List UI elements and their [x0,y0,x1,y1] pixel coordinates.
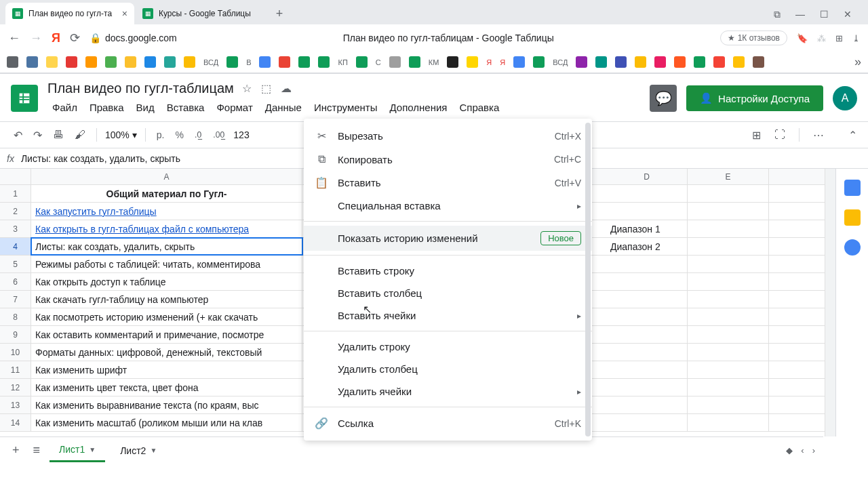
menu-insert-column[interactable]: Вставить столбец [304,282,592,304]
cell[interactable]: Как скачать гугл-таблицу на компьютер [31,291,302,308]
reviews-badge[interactable]: ★ 1К отзывов [720,30,787,45]
bookmark-item[interactable] [46,56,58,68]
chevron-down-icon[interactable]: ▼ [150,447,157,454]
vertical-scrollbar[interactable] [825,169,835,436]
sheet-tab[interactable]: Лист2 ▼ [111,440,166,462]
cell[interactable]: Как оставить комментарий и примечание, п… [31,326,302,343]
chat-icon[interactable]: 💬 [650,85,677,112]
menu-delete-column[interactable]: Удалить столбец [304,358,592,380]
bookmark-item[interactable] [144,56,156,68]
extension-icon[interactable]: ⁂ [817,33,826,43]
cell[interactable] [606,273,688,290]
undo-button[interactable]: ↶ [11,126,25,144]
bookmark-item[interactable] [184,56,195,68]
cell[interactable]: Общий материал по Гугл- [31,185,302,202]
menu-tools[interactable]: Инструменты [309,99,382,116]
bookmark-item[interactable] [66,56,77,68]
bookmark-item[interactable] [713,56,725,68]
cell[interactable]: Как изменить выравнивание текста (по кра… [31,396,302,413]
bookmark-item[interactable] [694,56,705,68]
row-header[interactable]: 7 [0,291,31,308]
all-sheets-button[interactable]: ≡ [29,439,45,462]
bookmark-item[interactable] [318,56,330,68]
cell[interactable] [688,308,769,325]
sheet-tab-active[interactable]: Лист1 ▼ [50,439,105,462]
menu-show-history[interactable]: Показать историю изменений Новое [304,226,592,251]
bookmark-item[interactable] [615,56,627,68]
cell[interactable] [606,203,688,220]
chevron-down-icon[interactable]: ▼ [89,446,96,453]
user-avatar[interactable]: A [833,86,857,110]
cell[interactable]: Форматы данных: цифровой, денежный, текс… [31,344,302,361]
cell[interactable]: Как изменить шрифт [31,361,302,378]
zoom-select[interactable]: 100% ▾ [105,129,137,140]
browser-tab[interactable]: ▦ Курсы - Google Таблицы [136,3,264,24]
cell[interactable] [606,291,688,308]
back-button[interactable]: ← [8,31,20,45]
yandex-icon[interactable]: Я [52,31,60,45]
bookmark-item[interactable]: Я [500,58,505,66]
menu-paste-special[interactable]: Специальная вставка ▸ [304,195,592,217]
row-header[interactable]: 10 [0,344,31,361]
cell[interactable]: Как открыть доступ к таблице [31,273,302,290]
cell[interactable] [606,256,688,272]
chevron-left-icon[interactable]: ‹ [801,445,804,455]
menu-paste[interactable]: 📋 Вставить Ctrl+V [304,171,592,195]
bookmark-item[interactable] [595,56,607,68]
row-header[interactable]: 12 [0,379,31,396]
row-header[interactable]: 2 [0,203,31,220]
document-title[interactable]: План видео по гугл-таблицам [47,81,234,96]
bookmark-item[interactable] [7,56,18,68]
cell[interactable] [688,203,769,220]
maximize-icon[interactable]: ☐ [820,9,829,20]
bookmark-item[interactable] [26,56,38,68]
row-header[interactable]: 4 [0,238,31,255]
collapse-toolbar-icon[interactable]: ⌃ [848,129,857,142]
row-header[interactable]: 9 [0,326,31,343]
menu-data[interactable]: Данные [260,99,307,116]
menu-addons[interactable]: Дополнения [385,99,452,116]
cell[interactable] [606,185,688,202]
panel-icon[interactable]: ⧉ [774,9,781,20]
menu-scrollbar[interactable] [585,123,591,436]
row-header[interactable]: 1 [0,185,31,202]
cell[interactable] [688,344,769,361]
format-select[interactable]: 123 [233,129,249,140]
bookmark-item[interactable]: ВСД [203,58,218,66]
cell[interactable] [688,361,769,378]
bookmark-item[interactable] [259,56,271,68]
cell[interactable]: Диапазон 2 [606,238,688,255]
move-icon[interactable]: ⬚ [261,82,271,95]
cell[interactable] [606,344,688,361]
formula-input[interactable]: Листы: как создать, удалить, скрыть [21,153,180,164]
cell[interactable] [688,256,769,272]
column-header-d[interactable]: D [606,169,688,184]
tasks-icon[interactable] [844,239,861,256]
star-icon[interactable]: ☆ [242,82,252,95]
chevron-right-icon[interactable]: › [812,445,815,455]
cell[interactable]: Как запустить гугл-таблицы [31,203,302,220]
row-header[interactable]: 11 [0,361,31,378]
percent-button[interactable]: % [173,127,186,143]
bookmarks-overflow[interactable]: » [854,55,861,69]
bookmark-item[interactable] [356,56,368,68]
row-header[interactable]: 8 [0,308,31,325]
bookmark-item[interactable] [654,56,666,68]
cell[interactable]: Как изменить цвет текста, цвет фона [31,379,302,396]
row-header[interactable]: 13 [0,396,31,413]
cell[interactable] [688,291,769,308]
explore-icon[interactable]: ◆ [786,445,793,455]
minimize-icon[interactable]: — [795,9,805,20]
reload-button[interactable]: ⟳ [70,30,80,45]
url-field[interactable]: 🔒 docs.google.com [90,33,177,43]
cell[interactable] [606,414,688,431]
bookmark-item[interactable]: С [376,58,381,66]
print-button[interactable]: 🖶 [50,126,66,144]
cell[interactable] [688,238,769,255]
bookmark-item[interactable] [389,56,401,68]
bookmark-item[interactable] [674,56,686,68]
row-header[interactable]: 5 [0,256,31,272]
menu-edit[interactable]: Правка [85,99,129,116]
download-icon[interactable]: ⤓ [852,33,860,43]
bookmark-item[interactable] [164,56,176,68]
